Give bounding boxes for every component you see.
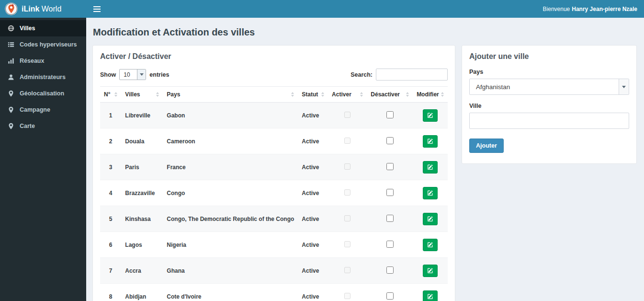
page-title: Modification et Activation des villes [93,27,637,38]
column-header-statut[interactable]: Statut [298,87,328,103]
sidebar-item-reseaux[interactable]: Réseaux [0,53,86,69]
edit-button[interactable] [423,239,438,251]
pays-cell: Ghana [163,258,298,284]
pays-cell: France [163,154,298,180]
activer-cell [328,232,367,258]
globe-icon [7,25,15,32]
page-length-control: Show 10 entries [100,69,169,80]
edit-button[interactable] [423,290,438,301]
edit-icon [427,242,433,248]
desactiver-checkbox[interactable] [386,241,394,248]
desactiver-checkbox[interactable] [386,215,394,222]
column-header-num[interactable]: N° [100,87,121,103]
list-icon [7,41,15,48]
desactiver-checkbox[interactable] [386,163,394,170]
edit-button[interactable] [423,135,438,148]
row-number-cell: 3 [100,154,121,180]
column-header-desactiver[interactable]: Désactiver [367,87,413,103]
statut-cell: Active [298,180,328,206]
pays-label: Pays [469,69,629,75]
desactiver-cell [367,180,413,206]
pays-selected-value: Afghanistan [476,83,510,91]
activer-checkbox[interactable] [344,215,350,221]
activer-checkbox[interactable] [344,293,350,299]
statut-cell: Active [298,258,328,284]
modifier-cell [413,206,448,232]
statut-cell: Active [298,154,328,180]
sidebar-item-administrateurs[interactable]: Administrateurs [0,69,86,85]
column-header-modifier[interactable]: Modifier [413,87,448,103]
edit-button[interactable] [423,109,438,122]
edit-icon [427,293,433,300]
sort-icon [156,92,159,97]
ville-label: Ville [469,103,629,109]
ville-cell: Kinshasa [121,206,163,232]
activer-cell [328,284,367,301]
user-name[interactable]: Hanry Jean-pierre Nzale [572,6,637,12]
add-city-panel: Ajouter une ville Pays Afghanistan Ville… [462,45,637,164]
table-row: 3 Paris France Active [100,154,448,180]
edit-icon [427,112,433,118]
edit-button[interactable] [423,213,438,225]
desactiver-checkbox[interactable] [386,111,394,118]
column-header-pays[interactable]: Pays [163,87,298,103]
welcome-prefix: Bienvenue [543,6,570,12]
sort-icon [321,92,324,97]
map-marker-icon [7,123,15,129]
row-number-cell: 1 [100,103,121,128]
ville-input[interactable] [469,113,629,129]
desactiver-checkbox[interactable] [386,189,394,196]
modifier-cell [413,258,448,284]
edit-button[interactable] [423,161,438,174]
datatable-controls: Show 10 entries Search: [100,69,448,81]
pays-select[interactable]: Afghanistan [469,79,629,95]
sidebar-item-villes[interactable]: Villes [0,20,86,36]
modifier-cell [413,232,448,258]
page-length-select[interactable]: 10 [119,69,146,80]
sidebar-toggle-button[interactable] [86,0,107,18]
activer-checkbox[interactable] [344,138,350,144]
table-body: 1 Libreville Gabon Active 2 Douala Camer… [100,103,448,301]
sort-icon [406,92,409,97]
activer-checkbox[interactable] [344,241,350,247]
main-content: Modification et Activation des villes Ac… [86,18,644,301]
table-row: 7 Accra Ghana Active [100,258,448,284]
page-length-value: 10 [120,69,134,80]
table-row: 4 Brazzaville Congo Active [100,180,448,206]
edit-button[interactable] [423,187,438,199]
table-row: 1 Libreville Gabon Active [100,103,448,128]
desactiver-cell [367,232,413,258]
cities-table-wrap: N° Villes Pays Statut Activer Désactiver… [100,86,448,301]
activer-checkbox[interactable] [344,112,350,118]
pays-cell: Cote d'Ivoire [163,284,298,301]
desactiver-checkbox[interactable] [386,292,394,300]
welcome-text: Bienvenue Hanry Jean-pierre Nzale [543,0,644,18]
sort-icon [360,92,363,97]
column-header-activer[interactable]: Activer [328,87,367,103]
add-city-panel-title: Ajouter une ville [469,52,629,61]
chevron-down-icon [137,69,146,80]
activer-cell [328,128,367,154]
desactiver-cell [367,103,413,128]
top-navbar: iLink World Bienvenue Hanry Jean-pierre … [0,0,644,18]
search-input[interactable] [376,69,448,81]
sidebar-item-geolocalisation[interactable]: Géolocalisation [0,85,86,102]
column-header-villes[interactable]: Villes [121,87,163,103]
activer-checkbox[interactable] [344,189,350,196]
activer-checkbox[interactable] [344,267,350,273]
desactiver-cell [367,154,413,180]
desactiver-checkbox[interactable] [386,137,394,144]
activer-checkbox[interactable] [344,163,350,170]
sidebar-item-campagne[interactable]: Campagne [0,102,86,118]
ajouter-button[interactable]: Ajouter [469,139,504,153]
sidebar-item-codes-hyperviseurs[interactable]: Codes hyperviseurs [0,36,86,53]
row-number-cell: 7 [100,258,121,284]
brand-area: iLink World [0,0,86,18]
row-number-cell: 8 [100,284,121,301]
edit-icon [427,190,433,196]
edit-button[interactable] [423,265,438,277]
app-logo-icon [5,2,18,15]
sort-icon [114,92,117,97]
sidebar-item-carte[interactable]: Carte [0,118,86,134]
desactiver-checkbox[interactable] [386,266,394,274]
